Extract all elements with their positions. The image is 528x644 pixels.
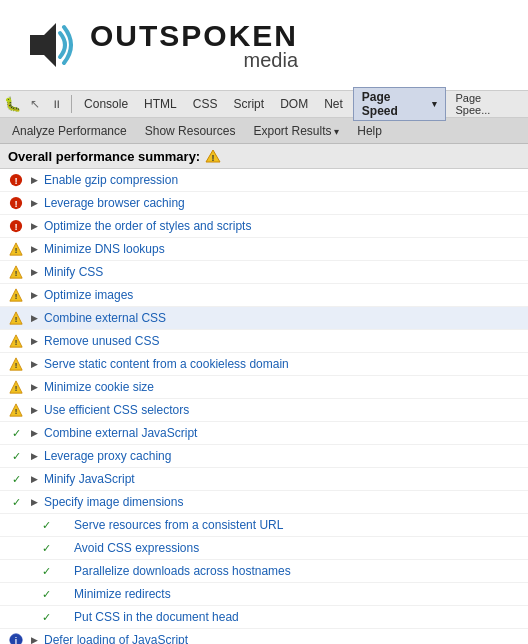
svg-text:✓: ✓: [12, 473, 21, 485]
list-item: ✓▶Leverage proxy caching: [0, 445, 528, 468]
svg-text:i: i: [15, 636, 17, 645]
tab-css[interactable]: CSS: [187, 95, 224, 113]
expand-arrow[interactable]: ▶: [28, 174, 40, 186]
warning-icon: !: [8, 264, 24, 280]
list-item: !▶Use efficient CSS selectors: [0, 399, 528, 422]
warning-icon: !: [8, 379, 24, 395]
item-label[interactable]: Minimize DNS lookups: [44, 242, 165, 256]
svg-text:!: !: [15, 269, 18, 278]
nav-export-results[interactable]: Export Results: [245, 121, 347, 141]
expand-arrow[interactable]: ▶: [28, 473, 40, 485]
expand-arrow: [58, 565, 70, 577]
summary-header: Overall performance summary: !: [0, 144, 528, 169]
list-item: ✓▶Minify JavaScript: [0, 468, 528, 491]
svg-text:✓: ✓: [12, 427, 21, 439]
tab-html[interactable]: HTML: [138, 95, 183, 113]
item-label[interactable]: Minify JavaScript: [44, 472, 135, 486]
svg-text:✓: ✓: [12, 450, 21, 462]
pagespeed-nav: Analyze Performance Show Resources Expor…: [0, 118, 528, 144]
item-label[interactable]: Serve static content from a cookieless d…: [44, 357, 289, 371]
list-item: ✓Avoid CSS expressions: [0, 537, 528, 560]
expand-arrow[interactable]: ▶: [28, 634, 40, 644]
list-item: !▶Minimize DNS lookups: [0, 238, 528, 261]
firebug-icon[interactable]: 🐛: [4, 95, 22, 113]
svg-text:✓: ✓: [42, 611, 51, 623]
logo-main: OUTSPOkEN: [90, 19, 298, 53]
item-label[interactable]: Put CSS in the document head: [74, 610, 239, 624]
item-label[interactable]: Optimize the order of styles and scripts: [44, 219, 251, 233]
item-label[interactable]: Remove unused CSS: [44, 334, 159, 348]
tab-console[interactable]: Console: [78, 95, 134, 113]
tab-dom[interactable]: DOM: [274, 95, 314, 113]
warning-icon: !: [8, 241, 24, 257]
item-label[interactable]: Leverage browser caching: [44, 196, 185, 210]
logo-area: OUTSPOkEN media: [0, 0, 528, 90]
logo-text-area: OUTSPOkEN media: [90, 19, 298, 72]
list-item: ✓▶Specify image dimensions: [0, 491, 528, 514]
tab-pagespeed[interactable]: Page Speed ▾: [353, 87, 446, 121]
item-label[interactable]: Combine external CSS: [44, 311, 166, 325]
item-label[interactable]: Enable gzip compression: [44, 173, 178, 187]
expand-arrow[interactable]: ▶: [28, 243, 40, 255]
item-label[interactable]: Use efficient CSS selectors: [44, 403, 189, 417]
item-label[interactable]: Minify CSS: [44, 265, 103, 279]
expand-arrow[interactable]: ▶: [28, 450, 40, 462]
expand-arrow[interactable]: ▶: [28, 358, 40, 370]
ok-icon: ✓: [38, 540, 54, 556]
expand-arrow[interactable]: ▶: [28, 427, 40, 439]
expand-arrow[interactable]: ▶: [28, 197, 40, 209]
main-content: Overall performance summary: ! !▶Enable …: [0, 144, 528, 644]
nav-analyze[interactable]: Analyze Performance: [4, 121, 135, 141]
item-label[interactable]: Minimize cookie size: [44, 380, 154, 394]
svg-text:!: !: [15, 338, 18, 347]
list-item: !▶Combine external CSS: [0, 307, 528, 330]
list-item: !▶Serve static content from a cookieless…: [0, 353, 528, 376]
nav-help[interactable]: Help: [349, 121, 390, 141]
list-item: ✓Put CSS in the document head: [0, 606, 528, 629]
item-label[interactable]: Serve resources from a consistent URL: [74, 518, 283, 532]
list-item: !▶Leverage browser caching: [0, 192, 528, 215]
expand-arrow[interactable]: ▶: [28, 381, 40, 393]
item-label[interactable]: Avoid CSS expressions: [74, 541, 199, 555]
svg-marker-0: [30, 23, 56, 67]
pause-icon[interactable]: ⏸: [47, 95, 65, 113]
expand-arrow[interactable]: ▶: [28, 220, 40, 232]
tab-script[interactable]: Script: [227, 95, 270, 113]
inspect-icon[interactable]: ↖: [26, 95, 44, 113]
ok-icon: ✓: [8, 471, 24, 487]
expand-arrow[interactable]: ▶: [28, 496, 40, 508]
warning-icon: !: [8, 333, 24, 349]
svg-text:✓: ✓: [42, 565, 51, 577]
expand-arrow: [58, 588, 70, 600]
error-icon: !: [8, 195, 24, 211]
ok-icon: ✓: [38, 563, 54, 579]
item-label[interactable]: Combine external JavaScript: [44, 426, 197, 440]
item-label[interactable]: Specify image dimensions: [44, 495, 183, 509]
tab-pagespeed2[interactable]: Page Spee...: [450, 90, 525, 118]
logo-speaker-icon: [20, 15, 80, 75]
expand-arrow[interactable]: ▶: [28, 289, 40, 301]
expand-arrow[interactable]: ▶: [28, 404, 40, 416]
list-item: !▶Minimize cookie size: [0, 376, 528, 399]
item-label[interactable]: Leverage proxy caching: [44, 449, 171, 463]
expand-arrow: [58, 519, 70, 531]
toolbar-separator-1: [71, 95, 72, 113]
item-label[interactable]: Minimize redirects: [74, 587, 171, 601]
nav-show-resources[interactable]: Show Resources: [137, 121, 244, 141]
item-label[interactable]: Parallelize downloads across hostnames: [74, 564, 291, 578]
item-label[interactable]: Defer loading of JavaScript: [44, 633, 188, 644]
expand-arrow[interactable]: ▶: [28, 312, 40, 324]
expand-arrow[interactable]: ▶: [28, 266, 40, 278]
firebug-toolbar: 🐛 ↖ ⏸ Console HTML CSS Script DOM Net Pa…: [0, 90, 528, 118]
error-icon: !: [8, 172, 24, 188]
item-label[interactable]: Optimize images: [44, 288, 133, 302]
list-item: !▶Optimize the order of styles and scrip…: [0, 215, 528, 238]
svg-text:!: !: [15, 315, 18, 324]
tab-net[interactable]: Net: [318, 95, 349, 113]
list-item: !▶Optimize images: [0, 284, 528, 307]
expand-arrow[interactable]: ▶: [28, 335, 40, 347]
svg-text:✓: ✓: [12, 496, 21, 508]
ok-icon: ✓: [8, 448, 24, 464]
list-item: i▶Defer loading of JavaScript: [0, 629, 528, 644]
list-item: ✓Serve resources from a consistent URL: [0, 514, 528, 537]
